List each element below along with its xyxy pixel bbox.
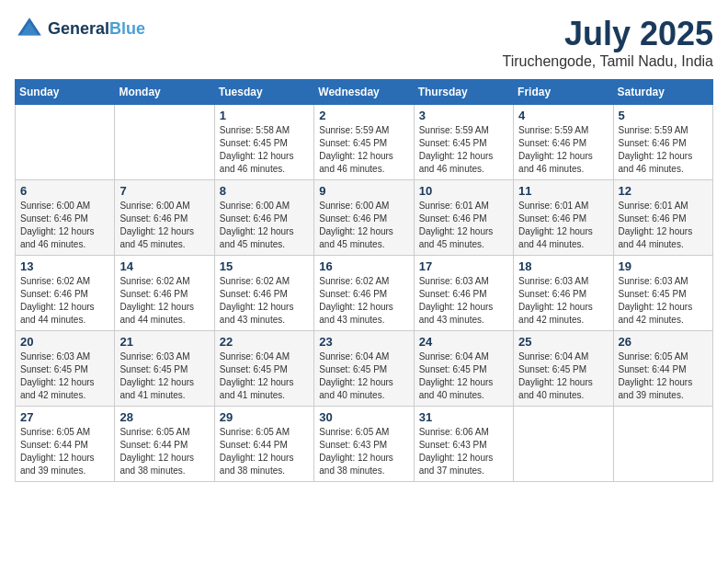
- day-number: 12: [619, 184, 708, 198]
- calendar-cell: 16Sunrise: 6:02 AM Sunset: 6:46 PM Dayli…: [314, 256, 414, 331]
- calendar-cell: 30Sunrise: 6:05 AM Sunset: 6:43 PM Dayli…: [314, 407, 414, 482]
- day-number: 8: [220, 184, 309, 198]
- calendar-cell: 5Sunrise: 5:59 AM Sunset: 6:46 PM Daylig…: [613, 105, 712, 180]
- calendar-cell: 18Sunrise: 6:03 AM Sunset: 6:46 PM Dayli…: [514, 256, 613, 331]
- day-number: 21: [119, 335, 209, 349]
- day-number: 11: [518, 184, 608, 198]
- day-info: Sunrise: 6:00 AM Sunset: 6:46 PM Dayligh…: [220, 200, 309, 251]
- weekday-header: Thursday: [414, 80, 513, 105]
- day-info: Sunrise: 6:00 AM Sunset: 6:46 PM Dayligh…: [20, 200, 109, 251]
- calendar-week-row: 1Sunrise: 5:58 AM Sunset: 6:45 PM Daylig…: [16, 105, 713, 180]
- day-number: 9: [319, 184, 408, 198]
- day-number: 22: [220, 335, 309, 349]
- day-info: Sunrise: 6:03 AM Sunset: 6:45 PM Dayligh…: [119, 350, 209, 402]
- calendar-cell: 28Sunrise: 6:05 AM Sunset: 6:44 PM Dayli…: [115, 407, 214, 482]
- calendar-cell: 14Sunrise: 6:02 AM Sunset: 6:46 PM Dayli…: [115, 256, 214, 331]
- day-info: Sunrise: 6:01 AM Sunset: 6:46 PM Dayligh…: [619, 200, 708, 251]
- calendar-week-row: 27Sunrise: 6:05 AM Sunset: 6:44 PM Dayli…: [16, 407, 713, 482]
- day-number: 23: [319, 335, 408, 349]
- day-number: 31: [419, 410, 508, 424]
- day-info: Sunrise: 5:59 AM Sunset: 6:46 PM Dayligh…: [518, 124, 608, 176]
- calendar-cell: 12Sunrise: 6:01 AM Sunset: 6:46 PM Dayli…: [613, 180, 712, 256]
- day-number: 5: [619, 109, 708, 122]
- day-info: Sunrise: 6:04 AM Sunset: 6:45 PM Dayligh…: [220, 350, 309, 402]
- day-info: Sunrise: 6:05 AM Sunset: 6:44 PM Dayligh…: [220, 426, 309, 477]
- day-number: 3: [419, 109, 508, 122]
- calendar-cell: 6Sunrise: 6:00 AM Sunset: 6:46 PM Daylig…: [16, 180, 115, 256]
- day-number: 15: [220, 259, 309, 273]
- day-info: Sunrise: 6:04 AM Sunset: 6:45 PM Dayligh…: [518, 350, 608, 402]
- calendar-cell: 25Sunrise: 6:04 AM Sunset: 6:45 PM Dayli…: [514, 331, 613, 407]
- calendar-cell: 15Sunrise: 6:02 AM Sunset: 6:46 PM Dayli…: [214, 256, 313, 331]
- day-info: Sunrise: 6:03 AM Sunset: 6:45 PM Dayligh…: [20, 350, 109, 402]
- calendar-cell: 27Sunrise: 6:05 AM Sunset: 6:44 PM Dayli…: [16, 407, 115, 482]
- weekday-header: Monday: [115, 80, 214, 105]
- calendar-cell: 31Sunrise: 6:06 AM Sunset: 6:43 PM Dayli…: [414, 407, 513, 482]
- calendar-cell: [115, 105, 214, 180]
- calendar-cell: 19Sunrise: 6:03 AM Sunset: 6:45 PM Dayli…: [613, 256, 712, 331]
- calendar-cell: 4Sunrise: 5:59 AM Sunset: 6:46 PM Daylig…: [514, 105, 613, 180]
- calendar-cell: 2Sunrise: 5:59 AM Sunset: 6:45 PM Daylig…: [314, 105, 414, 180]
- day-number: 27: [20, 410, 109, 424]
- calendar-cell: 11Sunrise: 6:01 AM Sunset: 6:46 PM Dayli…: [514, 180, 613, 256]
- day-number: 14: [119, 259, 209, 273]
- day-info: Sunrise: 6:04 AM Sunset: 6:45 PM Dayligh…: [419, 350, 508, 402]
- calendar-cell: 26Sunrise: 6:05 AM Sunset: 6:44 PM Dayli…: [613, 331, 712, 407]
- day-info: Sunrise: 6:06 AM Sunset: 6:43 PM Dayligh…: [419, 426, 508, 477]
- weekday-header: Saturday: [613, 80, 712, 105]
- calendar-cell: [16, 105, 115, 180]
- weekday-header: Friday: [514, 80, 613, 105]
- day-info: Sunrise: 5:59 AM Sunset: 6:46 PM Dayligh…: [619, 124, 708, 176]
- calendar-week-row: 13Sunrise: 6:02 AM Sunset: 6:46 PM Dayli…: [16, 256, 713, 331]
- day-number: 29: [220, 410, 309, 424]
- location: Tiruchengode, Tamil Nadu, India: [503, 53, 713, 70]
- calendar-cell: [613, 407, 712, 482]
- day-number: 7: [119, 184, 209, 198]
- day-number: 16: [319, 259, 408, 273]
- day-info: Sunrise: 5:59 AM Sunset: 6:45 PM Dayligh…: [419, 124, 508, 176]
- calendar-cell: 23Sunrise: 6:04 AM Sunset: 6:45 PM Dayli…: [314, 331, 414, 407]
- calendar-cell: 9Sunrise: 6:00 AM Sunset: 6:46 PM Daylig…: [314, 180, 414, 256]
- day-number: 17: [419, 259, 508, 273]
- calendar-cell: 24Sunrise: 6:04 AM Sunset: 6:45 PM Dayli…: [414, 331, 513, 407]
- day-info: Sunrise: 6:05 AM Sunset: 6:44 PM Dayligh…: [619, 350, 708, 402]
- day-number: 18: [518, 259, 608, 273]
- calendar-cell: 7Sunrise: 6:00 AM Sunset: 6:46 PM Daylig…: [115, 180, 214, 256]
- day-info: Sunrise: 6:00 AM Sunset: 6:46 PM Dayligh…: [319, 200, 408, 251]
- page-header: GeneralBlue July 2025 Tiruchengode, Tami…: [15, 15, 713, 70]
- day-info: Sunrise: 6:05 AM Sunset: 6:43 PM Dayligh…: [319, 426, 408, 477]
- day-number: 19: [619, 259, 708, 273]
- day-info: Sunrise: 6:04 AM Sunset: 6:45 PM Dayligh…: [319, 350, 408, 402]
- day-info: Sunrise: 6:01 AM Sunset: 6:46 PM Dayligh…: [419, 200, 508, 251]
- calendar-week-row: 6Sunrise: 6:00 AM Sunset: 6:46 PM Daylig…: [16, 180, 713, 256]
- day-info: Sunrise: 6:03 AM Sunset: 6:45 PM Dayligh…: [619, 275, 708, 327]
- calendar-cell: 8Sunrise: 6:00 AM Sunset: 6:46 PM Daylig…: [214, 180, 313, 256]
- day-number: 10: [419, 184, 508, 198]
- weekday-header: Wednesday: [314, 80, 414, 105]
- month-year: July 2025: [503, 15, 713, 53]
- calendar-cell: 22Sunrise: 6:04 AM Sunset: 6:45 PM Dayli…: [214, 331, 313, 407]
- day-number: 13: [20, 259, 109, 273]
- day-info: Sunrise: 6:03 AM Sunset: 6:46 PM Dayligh…: [518, 275, 608, 327]
- day-number: 24: [419, 335, 508, 349]
- calendar-cell: 1Sunrise: 5:58 AM Sunset: 6:45 PM Daylig…: [214, 105, 313, 180]
- day-info: Sunrise: 6:02 AM Sunset: 6:46 PM Dayligh…: [220, 275, 309, 327]
- day-number: 25: [518, 335, 608, 349]
- calendar-week-row: 20Sunrise: 6:03 AM Sunset: 6:45 PM Dayli…: [16, 331, 713, 407]
- day-number: 6: [20, 184, 109, 198]
- calendar-cell: 21Sunrise: 6:03 AM Sunset: 6:45 PM Dayli…: [115, 331, 214, 407]
- weekday-header: Tuesday: [214, 80, 313, 105]
- day-info: Sunrise: 6:03 AM Sunset: 6:46 PM Dayligh…: [419, 275, 508, 327]
- logo-icon: [15, 15, 44, 44]
- calendar-cell: 10Sunrise: 6:01 AM Sunset: 6:46 PM Dayli…: [414, 180, 513, 256]
- day-info: Sunrise: 6:02 AM Sunset: 6:46 PM Dayligh…: [319, 275, 408, 327]
- weekday-header: Sunday: [16, 80, 115, 105]
- calendar-cell: [514, 407, 613, 482]
- day-number: 26: [619, 335, 708, 349]
- day-info: Sunrise: 6:05 AM Sunset: 6:44 PM Dayligh…: [20, 426, 109, 477]
- calendar-cell: 29Sunrise: 6:05 AM Sunset: 6:44 PM Dayli…: [214, 407, 313, 482]
- calendar-cell: 17Sunrise: 6:03 AM Sunset: 6:46 PM Dayli…: [414, 256, 513, 331]
- title-block: July 2025 Tiruchengode, Tamil Nadu, Indi…: [503, 15, 713, 70]
- day-number: 20: [20, 335, 109, 349]
- calendar-table: SundayMondayTuesdayWednesdayThursdayFrid…: [15, 79, 713, 482]
